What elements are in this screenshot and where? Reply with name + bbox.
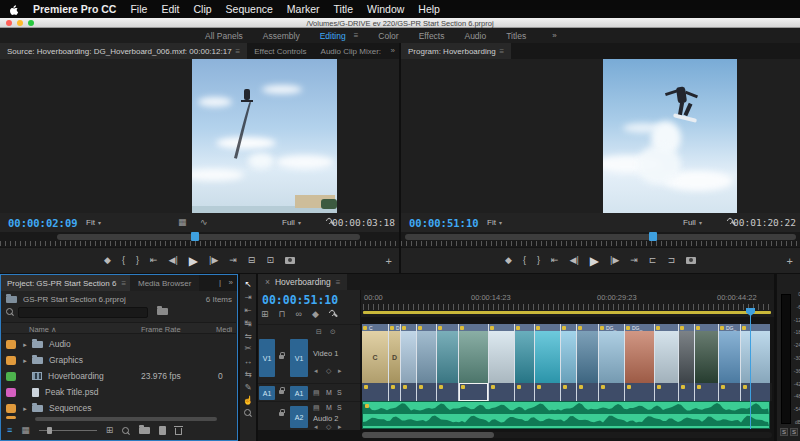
disclosure-icon[interactable]: ▸: [20, 341, 30, 348]
menu-item-edit[interactable]: Edit: [161, 3, 179, 15]
video-clip-9[interactable]: [534, 324, 560, 383]
mute-button[interactable]: M: [326, 389, 332, 396]
panel-menu-icon[interactable]: ≡: [121, 279, 126, 288]
next-keyframe-icon[interactable]: ▸: [338, 423, 342, 431]
panel-menu-icon[interactable]: ≡: [500, 47, 505, 56]
video-clip-17[interactable]: DG_: [718, 324, 740, 383]
source-zoom-select[interactable]: Fit▾: [86, 218, 101, 227]
solo-button[interactable]: S: [337, 389, 342, 396]
project-row-graphics[interactable]: ▸Graphics: [2, 352, 232, 368]
solo-button[interactable]: S: [337, 404, 342, 411]
thumbnail-zoom-slider[interactable]: [39, 430, 97, 431]
add-keyframe-icon[interactable]: ◇: [326, 367, 331, 375]
source-patch-v1[interactable]: V1: [259, 339, 275, 377]
menu-item-title[interactable]: Title: [334, 3, 353, 15]
source-timecode[interactable]: 00:00:02:09: [8, 217, 78, 229]
audio-clip-18[interactable]: [740, 383, 770, 401]
workspace-overflow-icon[interactable]: »: [552, 32, 556, 40]
panel-overflow-icon[interactable]: »: [229, 279, 233, 287]
tab-program[interactable]: Program: Hoverboarding ≡: [401, 43, 511, 59]
label-swatch[interactable]: [6, 404, 16, 413]
linked-selection-button[interactable]: ∞: [296, 310, 302, 319]
add-marker-button[interactable]: ◆: [104, 256, 111, 265]
panel-menu-icon[interactable]: ≡: [236, 47, 241, 56]
video-clip-16[interactable]: [694, 324, 718, 383]
source-scrubber[interactable]: [0, 232, 399, 247]
column-frame-rate[interactable]: Frame Rate: [141, 325, 181, 334]
audio-clip-2[interactable]: [388, 383, 400, 401]
project-hscrollbar[interactable]: [35, 417, 217, 421]
program-scrubber[interactable]: [401, 232, 800, 247]
step-back-button[interactable]: ◀|: [169, 256, 178, 265]
video-clip-6[interactable]: [458, 324, 488, 383]
video-clip-4[interactable]: [416, 324, 436, 383]
prev-keyframe-icon[interactable]: ◂: [314, 367, 318, 375]
go-to-in-button[interactable]: ⇤: [150, 256, 158, 265]
project-row-audio[interactable]: ▸Audio: [2, 336, 232, 352]
list-view-button[interactable]: ≡: [7, 426, 12, 435]
workspace-tab-effects[interactable]: Effects: [419, 31, 445, 41]
audio-clip-8[interactable]: [514, 383, 534, 401]
selection-tool[interactable]: ↖: [244, 280, 251, 289]
timeline-timecode[interactable]: 00:00:51:10: [262, 293, 338, 307]
extract-button[interactable]: ⊐: [667, 256, 675, 265]
source-playhead[interactable]: [191, 232, 199, 241]
audio-clip-9[interactable]: [534, 383, 560, 401]
clear-button[interactable]: [175, 428, 182, 435]
slip-tool[interactable]: ↔: [244, 357, 253, 366]
add-marker-button[interactable]: ◆: [312, 310, 319, 319]
prev-keyframe-icon[interactable]: ◂: [314, 423, 318, 431]
audio-clip-6[interactable]: [458, 383, 488, 401]
go-to-out-button[interactable]: ⇥: [229, 256, 237, 265]
display-settings-button[interactable]: [329, 310, 338, 319]
menu-item-help[interactable]: Help: [418, 3, 440, 15]
program-timecode[interactable]: 00:00:51:10: [409, 217, 479, 229]
tab-media-browser[interactable]: Media Browser: [130, 275, 199, 291]
source-zoom-scrollbar[interactable]: [57, 234, 360, 240]
menu-item-sequence[interactable]: Sequence: [226, 3, 273, 15]
insert-button[interactable]: ⊟: [248, 256, 256, 265]
go-to-out-button[interactable]: ⇥: [630, 256, 638, 265]
video-clip-15[interactable]: [678, 324, 694, 383]
export-frame-button[interactable]: [686, 257, 696, 264]
rolling-edit-tool[interactable]: ↹: [244, 319, 251, 328]
mark-out-button[interactable]: }: [136, 256, 139, 265]
add-keyframe-icon[interactable]: ◇: [326, 423, 331, 431]
step-forward-button[interactable]: |▶: [610, 256, 619, 265]
audio-clip-7[interactable]: [488, 383, 514, 401]
tab-audio-clip-mixer[interactable]: Audio Clip Mixer:: [314, 43, 388, 59]
audio-clip-1[interactable]: [362, 383, 388, 401]
solo-left-button[interactable]: S: [780, 428, 788, 436]
timeline-ruler[interactable]: 00:0000:00:14:2300:00:29:2300:00:44:22: [360, 290, 774, 317]
disclosure-icon[interactable]: ▸: [20, 357, 30, 364]
workspace-tab-audio[interactable]: Audio: [464, 31, 486, 41]
panel-overflow-icon[interactable]: »: [391, 46, 395, 55]
track-style-icon[interactable]: ▤: [313, 389, 320, 397]
mute-button[interactable]: M: [326, 404, 332, 411]
audio-clip-12[interactable]: [598, 383, 624, 401]
add-marker-button[interactable]: ◆: [505, 256, 512, 265]
menu-item-marker[interactable]: Marker: [287, 3, 320, 15]
program-zoom-select[interactable]: Fit▾: [487, 218, 502, 227]
source-playback-resolution[interactable]: Full▾: [282, 218, 301, 227]
mark-out-button[interactable]: }: [537, 256, 540, 265]
zoom-tool[interactable]: [244, 409, 252, 417]
work-area-bar[interactable]: [363, 311, 771, 314]
icon-view-button[interactable]: ▦: [21, 426, 30, 435]
track-select-forward-tool[interactable]: ⇥: [244, 293, 251, 302]
tab-source[interactable]: Source: Hoverboarding: DG_Hoverboard_006…: [0, 43, 247, 59]
video-clip-3[interactable]: [400, 324, 416, 383]
column-name[interactable]: Name ∧: [29, 325, 57, 334]
panel-menu-icon[interactable]: ≡: [336, 278, 341, 287]
new-item-button[interactable]: [159, 426, 166, 435]
search-input[interactable]: [18, 307, 148, 318]
play-button[interactable]: ▶: [189, 255, 198, 267]
program-playhead[interactable]: [649, 232, 657, 241]
workspace-tab-color[interactable]: Color: [378, 31, 398, 41]
audio-clip-14[interactable]: [654, 383, 678, 401]
audio-clip-11[interactable]: [576, 383, 598, 401]
video-clip-8[interactable]: [514, 324, 534, 383]
audio-clip-16[interactable]: [694, 383, 718, 401]
next-keyframe-icon[interactable]: ▸: [338, 367, 342, 375]
step-back-button[interactable]: ◀|: [570, 256, 579, 265]
